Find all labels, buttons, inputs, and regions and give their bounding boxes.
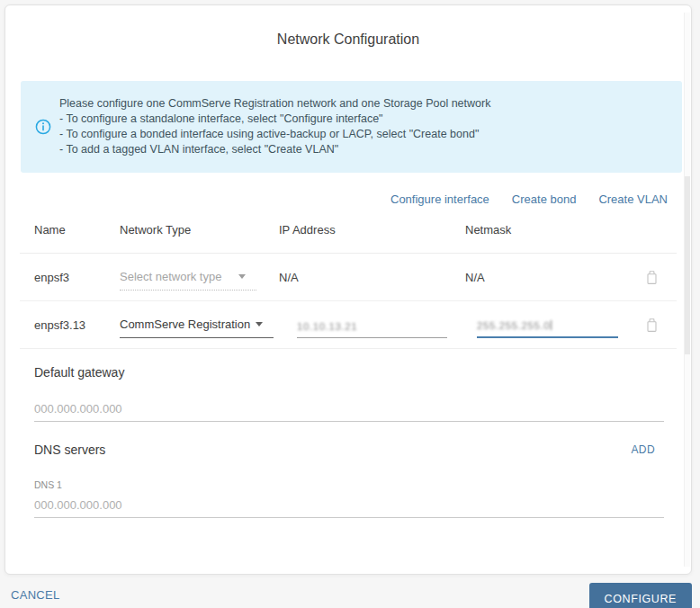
dns1-field <box>34 495 664 518</box>
info-text: Please configure one CommServe Registrat… <box>59 96 490 157</box>
info-banner: Please configure one CommServe Registrat… <box>21 81 682 173</box>
chevron-down-icon <box>238 274 246 279</box>
interfaces-table: Name Network Type IP Address Netmask enp… <box>20 206 677 349</box>
table-row: enpsf3.13 CommServe Registration 10.10.1… <box>20 301 677 349</box>
table-row: enpsf3 Select network type N/A N/A <box>20 254 677 301</box>
info-line: - To configure a standalone interface, s… <box>59 112 490 127</box>
netmask-input[interactable]: 255.255.255.0 <box>477 311 618 338</box>
default-gateway-label: Default gateway <box>34 364 691 380</box>
interface-name: enpsf3 <box>34 271 120 284</box>
cancel-button[interactable]: CANCEL <box>11 588 60 602</box>
column-header-name: Name <box>34 223 120 237</box>
default-gateway-input[interactable] <box>34 402 664 421</box>
netmask-value: N/A <box>465 271 644 284</box>
scrollbar-thumb[interactable] <box>685 176 690 354</box>
dns-servers-label: DNS servers <box>34 442 105 458</box>
delete-interface-button[interactable] <box>644 317 659 333</box>
dialog-title: Network Configuration <box>5 31 691 49</box>
network-type-select-value: Select network type <box>120 270 221 283</box>
dns1-input[interactable] <box>34 498 664 517</box>
network-type-select[interactable]: Select network type <box>120 264 256 291</box>
table-toolbar: Configure interface Create bond Create V… <box>5 192 668 206</box>
info-icon <box>35 119 51 135</box>
network-configuration-dialog: Network Configuration Please configure o… <box>4 4 692 575</box>
trash-icon <box>645 317 659 333</box>
network-type-select[interactable]: CommServe Registration <box>120 311 274 338</box>
netmask-value: 255.255.255.0 <box>477 320 552 331</box>
column-header-ip-address: IP Address <box>279 223 465 237</box>
scrollbar[interactable] <box>684 13 690 567</box>
dns1-label: DNS 1 <box>34 479 691 491</box>
trash-icon <box>645 270 659 285</box>
table-header-row: Name Network Type IP Address Netmask <box>20 206 677 254</box>
column-header-netmask: Netmask <box>465 223 644 237</box>
info-line: - To configure a bonded interface using … <box>59 127 490 142</box>
create-bond-link[interactable]: Create bond <box>512 192 577 206</box>
delete-interface-button[interactable] <box>644 269 659 285</box>
column-header-network-type: Network Type <box>120 223 279 237</box>
info-line: - To add a tagged VLAN interface, select… <box>59 142 490 157</box>
chevron-down-icon <box>256 322 263 326</box>
ip-address-value: 10.10.13.21 <box>297 321 357 332</box>
configure-interface-link[interactable]: Configure interface <box>390 192 489 206</box>
create-vlan-link[interactable]: Create VLAN <box>598 192 668 206</box>
ip-address-input[interactable]: 10.10.13.21 <box>297 311 447 338</box>
dns-servers-header: DNS servers ADD <box>34 442 655 458</box>
ip-address-value: N/A <box>279 271 465 284</box>
interface-name: enpsf3.13 <box>34 318 120 332</box>
add-dns-button[interactable]: ADD <box>631 443 655 456</box>
default-gateway-field <box>34 398 664 422</box>
network-type-select-value: CommServe Registration <box>120 317 250 331</box>
info-line: Please configure one CommServe Registrat… <box>59 96 490 112</box>
configure-button[interactable]: CONFIGURE <box>589 583 692 608</box>
